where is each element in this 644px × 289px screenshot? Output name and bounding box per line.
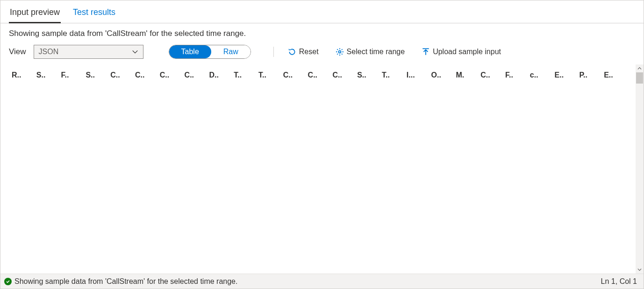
cursor-position: Ln 1, Col 1 bbox=[601, 277, 637, 286]
column-header[interactable]: P.. bbox=[577, 64, 602, 86]
toggle-table[interactable]: Table bbox=[169, 45, 211, 58]
column-header[interactable]: S.. bbox=[84, 64, 108, 86]
column-header[interactable]: S.. bbox=[355, 64, 380, 86]
upload-sample-input-action[interactable]: Upload sample input bbox=[422, 48, 501, 56]
column-header[interactable]: C.. bbox=[183, 64, 208, 86]
column-header[interactable]: O.. bbox=[429, 64, 454, 86]
column-header[interactable]: F.. bbox=[59, 64, 84, 86]
upload-sample-input-label: Upload sample input bbox=[433, 48, 501, 56]
column-header[interactable]: I... bbox=[405, 64, 429, 86]
column-header[interactable]: C.. bbox=[133, 64, 158, 86]
scroll-thumb[interactable] bbox=[636, 72, 643, 84]
select-time-range-action[interactable]: Select time range bbox=[336, 48, 405, 56]
separator bbox=[273, 47, 274, 57]
column-header[interactable]: C.. bbox=[158, 64, 183, 86]
reset-action[interactable]: Reset bbox=[288, 48, 319, 56]
column-header[interactable]: R.. bbox=[10, 64, 35, 86]
column-header[interactable]: C.. bbox=[281, 64, 306, 86]
column-header[interactable]: C.. bbox=[108, 64, 133, 86]
view-format-dropdown[interactable]: JSON bbox=[34, 45, 143, 59]
success-icon bbox=[4, 278, 12, 285]
column-header[interactable]: E.. bbox=[553, 64, 578, 86]
scroll-down-button[interactable] bbox=[636, 266, 644, 274]
tab-input-preview[interactable]: Input preview bbox=[9, 5, 61, 23]
tab-test-results[interactable]: Test results bbox=[72, 5, 116, 23]
column-header[interactable]: D.. bbox=[207, 64, 232, 86]
column-header[interactable]: F.. bbox=[503, 64, 528, 86]
column-header[interactable]: T.. bbox=[257, 64, 281, 86]
column-header[interactable]: T.. bbox=[380, 64, 405, 86]
status-message: Showing sample data from 'CallStream' fo… bbox=[14, 277, 237, 286]
vertical-scrollbar[interactable] bbox=[636, 64, 644, 274]
reset-icon bbox=[288, 48, 296, 56]
upload-icon bbox=[422, 48, 430, 56]
data-table: R..S..F..S..C..C..C..C..D..T..T..C..C..C… bbox=[10, 64, 627, 86]
scroll-up-button[interactable] bbox=[636, 64, 644, 72]
gear-icon bbox=[336, 48, 344, 56]
controls-row: View JSON Table Raw Reset Select time ra… bbox=[0, 42, 644, 64]
column-header[interactable]: C.. bbox=[479, 64, 503, 86]
view-label: View bbox=[9, 47, 26, 56]
tab-strip: Input preview Test results bbox=[0, 0, 644, 23]
reset-label: Reset bbox=[299, 48, 319, 56]
chevron-down-icon bbox=[132, 49, 138, 55]
svg-point-0 bbox=[338, 51, 341, 53]
column-header[interactable]: M. bbox=[454, 64, 479, 86]
column-header[interactable]: S.. bbox=[35, 64, 59, 86]
column-header[interactable]: c.. bbox=[528, 64, 553, 86]
subtitle-text: Showing sample data from 'CallStream' fo… bbox=[0, 23, 644, 42]
column-header[interactable]: C.. bbox=[330, 64, 355, 86]
select-time-range-label: Select time range bbox=[347, 48, 405, 56]
view-format-value: JSON bbox=[39, 48, 59, 56]
column-header[interactable]: T.. bbox=[232, 64, 257, 86]
toggle-raw[interactable]: Raw bbox=[211, 45, 250, 58]
table-raw-toggle: Table Raw bbox=[169, 45, 251, 59]
preview-panel: Input preview Test results Showing sampl… bbox=[0, 0, 644, 289]
status-bar: Showing sample data from 'CallStream' fo… bbox=[0, 274, 644, 289]
data-table-wrap: R..S..F..S..C..C..C..C..D..T..T..C..C..C… bbox=[0, 64, 644, 274]
column-header[interactable]: E.. bbox=[602, 64, 627, 86]
column-header[interactable]: C.. bbox=[306, 64, 331, 86]
